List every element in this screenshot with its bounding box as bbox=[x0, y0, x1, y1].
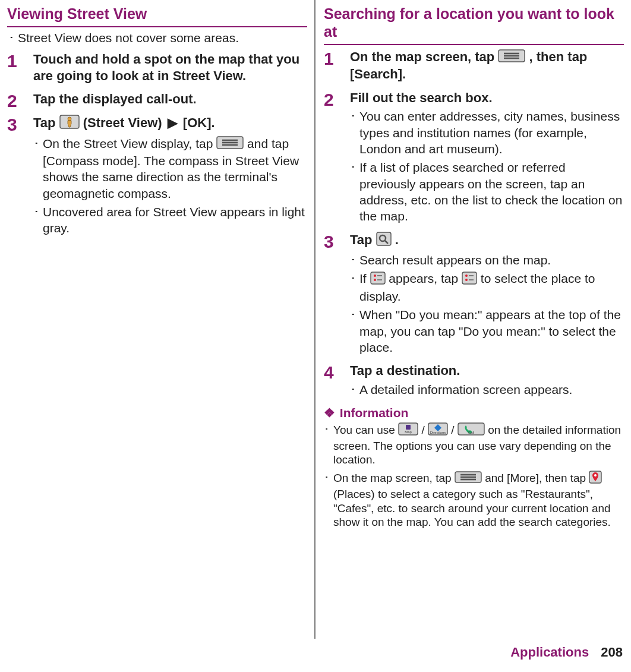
step-3-title-part-a: Tap bbox=[33, 115, 59, 130]
step-number: 1 bbox=[7, 51, 33, 86]
places-pin-icon bbox=[589, 471, 602, 487]
info-bullet-1-a: You can use bbox=[333, 424, 398, 436]
triangle-icon: ▶ bbox=[168, 115, 178, 131]
info-bullet-2-c: (Places) to select a category such as "R… bbox=[333, 488, 611, 529]
step-3-bullet-2-b: appears, tap bbox=[389, 272, 462, 285]
step-4-bullet-1: ･ A detailed information screen appears. bbox=[350, 381, 624, 397]
step-3-title-a: Tap bbox=[350, 232, 376, 247]
svg-rect-18 bbox=[462, 272, 477, 284]
step-2-bullet-1-text: You can enter addresses, city names, bus… bbox=[359, 108, 624, 157]
step-3-bullet-1: ･ Search result appears on the map. bbox=[350, 252, 624, 268]
step-2: 2 Tap the displayed call-out. bbox=[7, 91, 307, 110]
section-title-street-view: Viewing Street View bbox=[7, 5, 307, 23]
step-3-title-part-c: [OK]. bbox=[183, 115, 215, 130]
intro-note: ･ Street View does not cover some areas. bbox=[7, 31, 307, 51]
bullet-icon: ･ bbox=[350, 307, 359, 355]
step-2-bullet-2-text: If a list of places searched or referred… bbox=[359, 159, 624, 224]
menu-icon bbox=[455, 471, 482, 487]
step-3-bullet-2: ･ If appears, tap to select the place to… bbox=[350, 270, 624, 304]
intro-text: Street View does not cover some areas. bbox=[18, 31, 239, 45]
title-rule bbox=[324, 44, 624, 45]
section-title-search-location: Searching for a location you want to loo… bbox=[324, 5, 624, 40]
step-3: 3 Tap . ･ Search result appears on the m… bbox=[324, 232, 624, 358]
step-number: 2 bbox=[324, 90, 350, 227]
step-1-title: On the map screen, tap , then tap [Searc… bbox=[350, 49, 624, 83]
info-bullet-2-b: and [More], then tap bbox=[485, 472, 589, 484]
step-4: 4 Tap a destination. ･ A detailed inform… bbox=[324, 362, 624, 400]
step-1-title-a: On the map screen, tap bbox=[350, 49, 498, 64]
step-3-bullet-1-text: Search result appears on the map. bbox=[359, 252, 624, 268]
svg-text:Map: Map bbox=[405, 430, 412, 434]
step-3-title: Tap (Street View) ▶ [OK]. bbox=[33, 115, 307, 133]
svg-point-19 bbox=[465, 275, 468, 277]
svg-rect-13 bbox=[371, 272, 385, 284]
page-footer: Applications 208 bbox=[0, 639, 631, 660]
step-1: 1 Touch and hold a spot on the map that … bbox=[7, 51, 307, 86]
directions-option-icon: Directions bbox=[428, 422, 448, 439]
step-3-bullet-2: ･ Uncovered area for Street View appears… bbox=[33, 204, 307, 236]
title-rule bbox=[7, 26, 307, 27]
svg-text:Directions: Directions bbox=[430, 431, 446, 434]
step-3-bullet-3-text: When "Do you mean:" appears at the top o… bbox=[359, 307, 624, 355]
step-2-title: Fill out the search box. bbox=[350, 90, 624, 106]
bullet-icon: ･ bbox=[33, 135, 43, 201]
svg-rect-24 bbox=[406, 425, 411, 430]
step-4-title: Tap a destination. bbox=[350, 362, 624, 379]
step-3-bullet-1-a: On the Street View display, tap bbox=[43, 137, 216, 150]
menu-icon bbox=[498, 49, 525, 67]
step-3-bullet-1: ･ On the Street View display, tap and ta… bbox=[33, 135, 307, 201]
footer-section-label: Applications bbox=[510, 645, 589, 660]
step-2-bullet-2: ･ If a list of places searched or referr… bbox=[350, 159, 624, 224]
step-number: 1 bbox=[324, 49, 350, 85]
bullet-icon: ･ bbox=[350, 252, 359, 268]
information-heading: ❖ Information bbox=[324, 406, 624, 420]
info-bullet-2-a: On the map screen, tap bbox=[333, 472, 455, 484]
page-columns: Viewing Street View ･ Street View does n… bbox=[0, 0, 631, 639]
svg-point-20 bbox=[465, 279, 468, 281]
step-1: 1 On the map screen, tap , then tap [Sea… bbox=[324, 49, 624, 85]
footer-page-number: 208 bbox=[601, 645, 623, 660]
svg-point-14 bbox=[374, 275, 376, 277]
step-2: 2 Fill out the search box. ･ You can ent… bbox=[324, 90, 624, 227]
streetview-pegman-icon bbox=[59, 115, 80, 133]
step-number: 3 bbox=[7, 115, 33, 239]
bullet-icon: ･ bbox=[8, 31, 18, 45]
step-2-title: Tap the displayed call-out. bbox=[33, 91, 307, 108]
diamond-icon: ❖ bbox=[324, 406, 335, 419]
bullet-icon: ･ bbox=[350, 270, 359, 304]
step-3-title: Tap . bbox=[350, 232, 624, 250]
bullet-icon: ･ bbox=[350, 159, 359, 224]
results-list-icon bbox=[462, 272, 477, 288]
bullet-icon: ･ bbox=[324, 471, 333, 529]
step-4-bullet-1-text: A detailed information screen appears. bbox=[359, 381, 624, 397]
svg-point-1 bbox=[68, 117, 71, 121]
step-3: 3 Tap (Street View) ▶ [OK]. ･ bbox=[7, 115, 307, 239]
step-number: 2 bbox=[7, 91, 33, 110]
info-bullet-2: ･ On the map screen, tap and [More], the… bbox=[324, 471, 624, 529]
step-3-title-part-b: (Street View) bbox=[83, 115, 162, 130]
step-3-bullet-2-a: If bbox=[359, 272, 370, 285]
left-column: Viewing Street View ･ Street View does n… bbox=[0, 0, 316, 639]
step-number: 3 bbox=[324, 232, 350, 358]
step-1-title: Touch and hold a spot on the map that yo… bbox=[33, 51, 307, 84]
results-list-icon bbox=[370, 272, 386, 288]
svg-point-35 bbox=[594, 474, 597, 477]
info-bullet-1-c: / bbox=[451, 424, 458, 436]
search-icon bbox=[376, 232, 392, 250]
svg-rect-10 bbox=[377, 232, 391, 245]
bullet-icon: ･ bbox=[350, 108, 359, 157]
step-3-bullet-3: ･ When "Do you mean:" appears at the top… bbox=[350, 307, 624, 355]
right-column: Searching for a location you want to loo… bbox=[316, 0, 631, 639]
map-option-icon: Map bbox=[398, 422, 418, 439]
bullet-icon: ･ bbox=[350, 381, 359, 397]
step-3-bullet-2-text: Uncovered area for Street View appears i… bbox=[43, 204, 307, 236]
info-bullet-1-b: / bbox=[421, 424, 428, 436]
bullet-icon: ･ bbox=[33, 204, 43, 236]
svg-point-15 bbox=[374, 279, 376, 281]
bullet-icon: ･ bbox=[324, 422, 333, 467]
svg-text:Call: Call bbox=[468, 431, 474, 434]
info-bullet-1: ･ You can use Map / Directions / Call on… bbox=[324, 422, 624, 467]
call-option-icon: Call bbox=[458, 422, 485, 439]
step-number: 4 bbox=[324, 362, 350, 400]
menu-icon bbox=[216, 136, 244, 153]
